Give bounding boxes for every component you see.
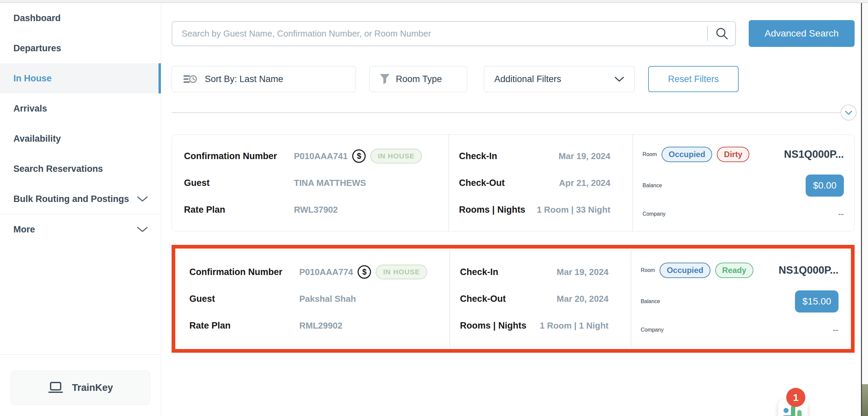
dollar-icon[interactable]: $	[352, 149, 366, 163]
sidebar-item-label: Bulk Routing and Postings	[13, 194, 137, 204]
balance-chip[interactable]: $15.00	[795, 290, 838, 313]
sidebar-item-label: Departures	[13, 43, 148, 54]
divider-line	[172, 112, 841, 113]
sidebar: Dashboard Departures In House Arrivals A…	[0, 3, 161, 416]
check-in-label: Check-In	[459, 151, 497, 161]
room-label: Room	[643, 151, 657, 157]
sidebar-item-label: In House	[13, 73, 146, 84]
window-right-edge	[861, 0, 868, 416]
status-badge: IN HOUSE	[370, 149, 422, 163]
additional-filters-label: Additional Filters	[494, 74, 561, 85]
balance-label: Balance	[641, 298, 660, 305]
chevron-down-icon	[137, 226, 148, 233]
housekeeping-badge: Ready	[715, 263, 753, 278]
sidebar-item-label: More	[13, 224, 137, 235]
guest-label: Guest	[189, 294, 299, 304]
confirmation-value: P010AAA741	[294, 151, 347, 161]
sidebar-item-label: Dashboard	[13, 13, 148, 24]
sidebar-item-more[interactable]: More	[0, 214, 161, 245]
check-out-value: Mar 20, 2024	[557, 294, 609, 304]
sidebar-item-label: Arrivals	[13, 103, 148, 114]
check-in-label: Check-In	[460, 267, 498, 277]
chevron-down-icon	[614, 76, 624, 82]
trainkey-button[interactable]: TrainKey	[11, 371, 150, 405]
balance-chip[interactable]: $0.00	[806, 174, 844, 197]
confirmation-label: Confirmation Number	[189, 267, 299, 277]
reservation-card[interactable]: Confirmation Number P010AAA741 $ IN HOUS…	[172, 134, 855, 231]
reservation-card[interactable]: Confirmation Number P010AAA774 $ IN HOUS…	[177, 250, 849, 347]
check-out-label: Check-Out	[459, 178, 505, 188]
check-out-value: Apr 21, 2024	[559, 178, 610, 188]
sidebar-item-label: Search Reservations	[13, 164, 148, 174]
sidebar-item-availability[interactable]: Availability	[0, 124, 161, 154]
check-in-value: Mar 19, 2024	[559, 151, 611, 161]
background-peek	[862, 384, 868, 416]
status-badge: IN HOUSE	[376, 265, 427, 279]
rate-plan-label: Rate Plan	[189, 321, 299, 331]
sidebar-item-dashboard[interactable]: Dashboard	[0, 3, 161, 33]
confirmation-value: P010AAA774	[299, 267, 353, 277]
sidebar-item-in-house[interactable]: In House	[0, 63, 161, 93]
sort-icon	[183, 73, 197, 85]
confirmation-label: Confirmation Number	[184, 151, 294, 161]
guest-value: Pakshal Shah	[299, 294, 356, 304]
dollar-icon[interactable]: $	[358, 265, 371, 279]
sidebar-bottom-section: TrainKey	[0, 354, 161, 416]
chevron-down-icon	[137, 196, 148, 202]
additional-filters-button[interactable]: Additional Filters	[484, 66, 635, 92]
chat-icon	[783, 408, 788, 413]
guest-label: Guest	[184, 178, 294, 188]
trainkey-label: TrainKey	[72, 382, 113, 393]
rooms-nights-label: Rooms | Nights	[460, 321, 527, 331]
room-type-label: Room Type	[396, 74, 442, 85]
window-top-strip	[0, 0, 868, 3]
laptop-icon	[48, 381, 63, 394]
check-in-value: Mar 19, 2024	[557, 267, 609, 277]
company-value: --	[833, 325, 838, 335]
room-type-button[interactable]: Room Type	[369, 66, 467, 92]
company-label: Company	[643, 211, 665, 217]
room-number: NS1Q000P...	[784, 149, 844, 160]
sidebar-item-departures[interactable]: Departures	[0, 33, 161, 63]
rate-plan-label: Rate Plan	[184, 205, 294, 215]
funnel-icon	[380, 74, 390, 85]
search-box	[172, 21, 736, 46]
housekeeping-badge: Dirty	[717, 147, 749, 162]
guest-value: TINA MATTHEWS	[294, 178, 366, 188]
rooms-nights-label: Rooms | Nights	[459, 205, 526, 215]
room-number: NS1Q000P...	[778, 264, 838, 276]
sidebar-item-arrivals[interactable]: Arrivals	[0, 93, 161, 124]
advanced-search-button[interactable]: Advanced Search	[749, 20, 855, 47]
search-divider	[707, 26, 708, 41]
sidebar-item-bulk-routing[interactable]: Bulk Routing and Postings	[0, 184, 161, 214]
rooms-nights-value: 1 Room | 33 Night	[537, 205, 611, 215]
search-icon[interactable]	[714, 26, 729, 41]
occupancy-badge: Occupied	[659, 263, 710, 278]
main-content: Advanced Search Sort By: Last Name Room …	[161, 3, 861, 416]
sort-by-button[interactable]: Sort By: Last Name	[172, 66, 356, 92]
company-value: --	[838, 209, 844, 219]
rate-plan-value: RML29902	[299, 321, 342, 331]
highlight-box: Confirmation Number P010AAA774 $ IN HOUS…	[172, 245, 855, 353]
list-header-divider	[172, 104, 855, 121]
reset-filters-button[interactable]: Reset Filters	[648, 66, 739, 92]
sort-by-label: Sort By: Last Name	[205, 74, 283, 85]
room-label: Room	[641, 267, 655, 273]
company-label: Company	[641, 327, 663, 333]
occupancy-badge: Occupied	[661, 147, 712, 162]
notification-badge: 1	[786, 388, 805, 407]
balance-label: Balance	[643, 183, 662, 189]
sidebar-item-label: Availability	[13, 134, 148, 144]
collapse-toggle[interactable]	[840, 104, 857, 121]
chevron-down-icon	[845, 110, 852, 115]
sidebar-item-search-reservations[interactable]: Search Reservations	[0, 154, 161, 184]
chat-icon	[797, 410, 802, 416]
rate-plan-value: RWL37902	[294, 205, 338, 215]
search-input[interactable]	[181, 28, 701, 39]
rooms-nights-value: 1 Room | 1 Night	[540, 321, 609, 331]
check-out-label: Check-Out	[460, 294, 506, 304]
